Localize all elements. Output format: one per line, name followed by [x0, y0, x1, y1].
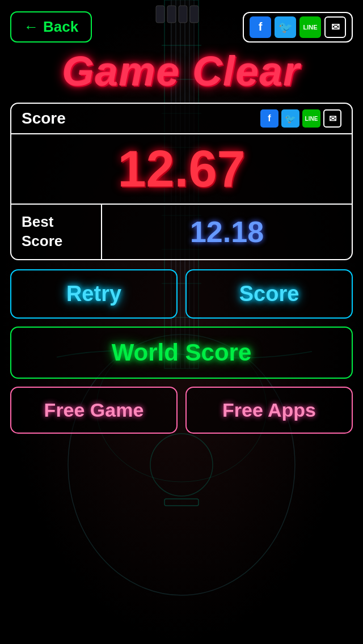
free-apps-button[interactable]: Free Apps [185, 387, 353, 434]
back-button[interactable]: ← Back [10, 11, 92, 43]
score-value: 12.67 [117, 143, 245, 194]
score-button[interactable]: Score [185, 269, 353, 319]
twitter-icon-score[interactable]: 🐦 [281, 109, 299, 128]
social-share-score: f 🐦 LINE ✉ [260, 109, 341, 128]
back-label: Back [43, 18, 78, 36]
score-header-row: Score f 🐦 LINE ✉ [11, 104, 352, 134]
social-share-top: f 🐦 LINE ✉ [243, 12, 353, 43]
game-clear-title: Game Clear [62, 48, 301, 95]
free-buttons-row: Free Game Free Apps [10, 387, 353, 434]
score-box: Score f 🐦 LINE ✉ 12.67 BestScore 12.18 [10, 103, 353, 260]
score-value-row: 12.67 [11, 134, 352, 205]
facebook-icon-top[interactable]: f [250, 16, 271, 38]
best-score-label: BestScore [11, 205, 102, 259]
back-arrow-icon: ← [24, 18, 39, 36]
line-icon-score[interactable]: LINE [302, 109, 320, 128]
best-score-value: 12.18 [102, 209, 352, 255]
twitter-icon-top[interactable]: 🐦 [275, 16, 296, 38]
free-game-button[interactable]: Free Game [10, 387, 178, 434]
retry-button[interactable]: Retry [10, 269, 178, 319]
mail-icon-top[interactable]: ✉ [324, 16, 346, 38]
score-label: Score [22, 109, 66, 128]
line-icon-top[interactable]: LINE [299, 16, 321, 38]
mail-icon-score[interactable]: ✉ [323, 109, 341, 128]
facebook-icon-score[interactable]: f [260, 109, 278, 128]
retry-score-row: Retry Score [10, 269, 353, 319]
world-score-button[interactable]: World Score [10, 327, 353, 379]
best-score-row: BestScore 12.18 [11, 205, 352, 259]
